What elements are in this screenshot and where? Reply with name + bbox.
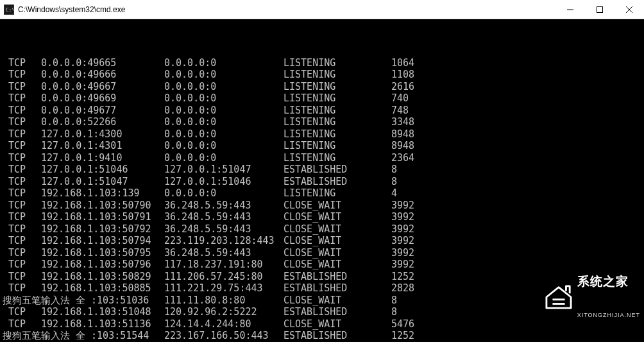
pid-cell: 8 [391, 306, 397, 318]
proto-cell: TCP [3, 176, 41, 188]
remote-address-cell: 111.221.29.75:443 [164, 282, 284, 295]
local-address-cell: 0.0.0.0:49667 [41, 81, 164, 93]
local-address-cell: 192.168.1.103:50792 [41, 223, 164, 235]
cmd-window: C:\ C:\Windows\system32\cmd.exe TCP0.0.0… [0, 0, 644, 342]
pid-cell: 3992 [391, 211, 414, 223]
pid-cell: 1064 [391, 57, 414, 69]
netstat-row: TCP0.0.0.0:496770.0.0.0:0LISTENING748 [3, 105, 641, 117]
state-cell: ESTABLISHED [284, 164, 391, 176]
state-cell: LISTENING [284, 152, 391, 164]
netstat-row: TCP192.168.1.103:1390.0.0.0:0LISTENING4 [3, 187, 641, 200]
remote-address-cell: 36.248.5.59:443 [164, 211, 284, 223]
watermark: 系统之家 XITONGZHIJIA.NET [544, 252, 640, 342]
pid-cell: 8948 [391, 140, 414, 152]
state-cell: CLOSE_WAIT [284, 247, 391, 259]
terminal-area[interactable]: TCP0.0.0.0:496650.0.0.0:0LISTENING1064 T… [0, 19, 644, 342]
remote-address-cell: 111.206.57.245:80 [164, 271, 284, 283]
window-title: C:\Windows\system32\cmd.exe [18, 5, 125, 14]
state-cell: LISTENING [284, 81, 391, 93]
pid-cell: 3348 [391, 116, 414, 128]
svg-text:C:\: C:\ [6, 6, 13, 12]
local-address-cell: 0.0.0.0:49666 [41, 69, 164, 81]
titlebar[interactable]: C:\ C:\Windows\system32\cmd.exe [0, 0, 644, 19]
remote-address-cell: 0.0.0.0:0 [164, 152, 284, 164]
state-cell: CLOSE_WAIT [284, 318, 391, 330]
proto-cell: TCP [3, 235, 41, 247]
remote-address-cell: 223.167.166.50:443 [164, 330, 284, 342]
minimize-icon [567, 6, 573, 13]
local-address-cell: 0.0.0.0:49677 [41, 105, 164, 117]
local-address-cell: 0.0.0.0:49669 [41, 92, 164, 105]
netstat-row: TCP127.0.0.1:43010.0.0.0:0LISTENING8948 [3, 140, 641, 152]
state-cell: LISTENING [284, 92, 391, 105]
proto-cell: TCP [3, 140, 41, 152]
pid-cell: 3992 [391, 235, 414, 247]
pid-cell: 8948 [391, 128, 414, 141]
state-cell: CLOSE_WAIT [284, 211, 391, 223]
pid-cell: 740 [391, 92, 409, 105]
netstat-row: TCP192.168.1.103:5079136.248.5.59:443CLO… [3, 211, 641, 223]
local-address-cell: 192.168.1.103:50796 [41, 259, 164, 271]
proto-cell: TCP [3, 92, 41, 105]
pid-cell: 748 [391, 105, 409, 117]
proto-cell: TCP [3, 247, 41, 259]
pid-cell: 1252 [391, 271, 414, 283]
netstat-row: TCP192.168.1.103:50794223.119.203.128:44… [3, 235, 641, 247]
state-cell: CLOSE_WAIT [284, 295, 391, 307]
local-address-cell: 192.168.1.103:50790 [41, 200, 164, 212]
remote-address-cell: 111.11.80.8:80 [164, 295, 284, 307]
netstat-row: TCP0.0.0.0:496670.0.0.0:0LISTENING2616 [3, 81, 641, 93]
netstat-row: TCP0.0.0.0:522660.0.0.0:0LISTENING3348 [3, 116, 641, 128]
house-icon [544, 284, 573, 311]
state-cell: LISTENING [284, 128, 391, 141]
proto-cell: TCP [3, 282, 41, 295]
local-address-cell: 192.168.1.103:50795 [41, 247, 164, 259]
pid-cell: 1108 [391, 69, 414, 81]
remote-address-cell: 124.14.4.244:80 [164, 318, 284, 330]
proto-cell: TCP [3, 116, 41, 128]
state-cell: LISTENING [284, 140, 391, 152]
remote-address-cell: 0.0.0.0:0 [164, 92, 284, 105]
minimize-button[interactable] [555, 0, 585, 19]
remote-address-cell: 0.0.0.0:0 [164, 187, 284, 200]
remote-address-cell: 127.0.0.1:51047 [164, 164, 284, 176]
pid-cell: 2828 [391, 282, 414, 295]
state-cell: ESTABLISHED [284, 176, 391, 188]
maximize-button[interactable] [585, 0, 614, 19]
pid-cell: 3992 [391, 259, 414, 271]
remote-address-cell: 120.92.96.2:5222 [164, 306, 284, 318]
remote-address-cell: 0.0.0.0:0 [164, 140, 284, 152]
ime-overlay: 搜狗五笔输入法 全 :103:51544 [3, 330, 164, 342]
close-button[interactable] [614, 0, 644, 19]
netstat-row: TCP127.0.0.1:43000.0.0.0:0LISTENING8948 [3, 128, 641, 141]
local-address-cell: 0.0.0.0:49665 [41, 57, 164, 69]
state-cell: ESTABLISHED [284, 306, 391, 318]
proto-cell: TCP [3, 306, 41, 318]
local-address-cell: 192.168.1.103:50829 [41, 271, 164, 283]
pid-cell: 1252 [391, 330, 414, 342]
proto-cell: TCP [3, 259, 41, 271]
state-cell: ESTABLISHED [284, 330, 391, 342]
local-address-cell: 192.168.1.103:50794 [41, 235, 164, 247]
proto-cell: TCP [3, 57, 41, 69]
remote-address-cell: 127.0.0.1:51046 [164, 176, 284, 188]
ime-label: 搜狗五笔输入法 全 : [3, 295, 97, 307]
state-cell: LISTENING [284, 187, 391, 200]
netstat-row: TCP0.0.0.0:496690.0.0.0:0LISTENING740 [3, 92, 641, 105]
state-cell: CLOSE_WAIT [284, 200, 391, 212]
remote-address-cell: 223.119.203.128:443 [164, 235, 284, 247]
netstat-row: TCP0.0.0.0:496650.0.0.0:0LISTENING1064 [3, 57, 641, 69]
local-address-cell: 192.168.1.103:50791 [41, 211, 164, 223]
remote-address-cell: 0.0.0.0:0 [164, 128, 284, 141]
pid-cell: 3992 [391, 200, 414, 212]
close-icon [626, 6, 632, 13]
remote-address-cell: 0.0.0.0:0 [164, 81, 284, 93]
state-cell: LISTENING [284, 57, 391, 69]
pid-cell: 3992 [391, 223, 414, 235]
local-address-cell: 192.168.1.103:50885 [41, 282, 164, 295]
remote-address-cell: 36.248.5.59:443 [164, 247, 284, 259]
local-address-cell: 127.0.0.1:4301 [41, 140, 164, 152]
proto-cell: TCP [3, 105, 41, 117]
cmd-icon: C:\ [4, 4, 14, 15]
remote-address-cell: 117.18.237.191:80 [164, 259, 284, 271]
